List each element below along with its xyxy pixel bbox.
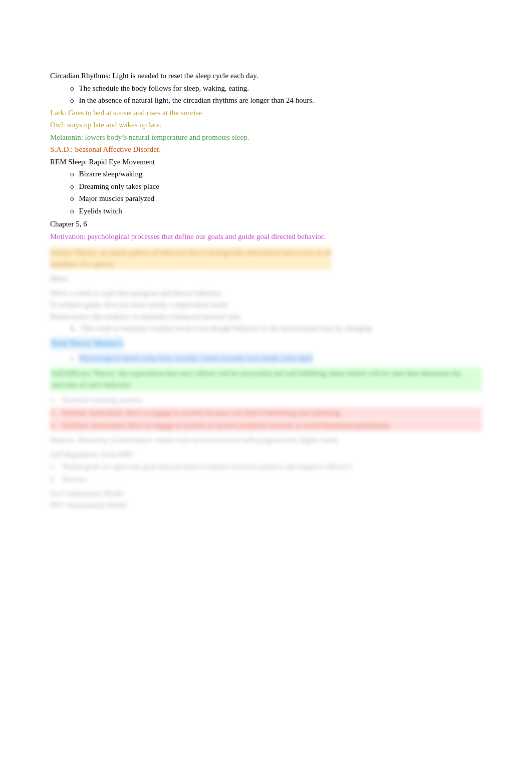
blurred-act-model: Act Combination Model PPT: Instrumental … <box>50 488 482 511</box>
blurred-drive-subs: Drive: a need or want that energizes and… <box>50 288 482 334</box>
rem-bullet-3: o Major muscles paralyzed <box>50 193 482 204</box>
blurred-self-efficacy: Self-Efficacy Theory: the expectation th… <box>50 367 482 392</box>
rem-title: REM Sleep: Rapid Eye Movement <box>50 156 482 168</box>
blurred-need-theory: Need Theory: Maslow's <box>50 337 482 350</box>
rem-bullet-marker-2: o <box>70 181 74 192</box>
blurred-instinct: Instinct Theory: an innate pattern of be… <box>50 247 482 270</box>
bullet-marker-2: o <box>70 95 74 106</box>
rem-bullet-marker-3: o <box>70 193 74 204</box>
circadian-title: Circadian Rhythms: Light is needed to re… <box>50 70 482 82</box>
page-content: Circadian Rhythms: Light is needed to re… <box>50 70 482 511</box>
melatonin-line: Melatonin: lowers body’s natural tempera… <box>50 132 482 143</box>
sad-line: S.A.D.: Seasonal Affective Disorder. <box>50 144 482 155</box>
blurred-need-sub: o Physiological needs come first; securi… <box>50 353 482 364</box>
motivation-line: Motivation: psychological processes that… <box>50 231 482 242</box>
blurred-self-reg: Self Regulation: Goal-SMS 1. Shared goal… <box>50 449 482 485</box>
blurred-drive-title: Drive <box>50 273 482 285</box>
chapter-line: Chapter 5, 6 <box>50 218 482 230</box>
bullet-natural-light: o In the absence of natural light, the c… <box>50 95 482 106</box>
rem-bullet-marker-4: o <box>70 205 74 217</box>
bullet-sleep: o The schedule the body follows for slee… <box>50 83 482 94</box>
blurred-incentive: 1. Incentive learning systems 2. Intrins… <box>50 394 482 431</box>
rem-bullet-4: o Eyelids twitch <box>50 205 482 217</box>
rem-bullet-2: o Dreaming only takes place <box>50 181 482 192</box>
rem-bullet-marker-1: o <box>70 168 74 180</box>
lark-line: Lark: Goes to bed at sunset and rises at… <box>50 107 482 119</box>
bullet-marker-1: o <box>70 83 74 94</box>
blurred-maslow: Maslow: Hierarchy of motivation: relates… <box>50 434 482 446</box>
owl-line: Owl: stays up late and wakes up late. <box>50 119 482 131</box>
rem-bullet-1: o Bizarre sleep/waking <box>50 168 482 180</box>
